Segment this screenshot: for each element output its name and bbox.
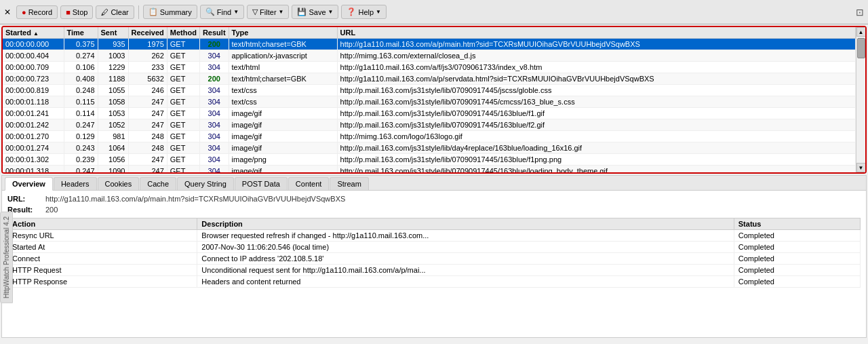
scroll-down-arrow[interactable]: ▼ [856,163,866,172]
tab-cache[interactable]: Cache [140,177,176,190]
action-cell: Connect [8,253,197,265]
col-header-received[interactable]: Received [128,27,167,39]
table-scroll[interactable]: Started ▲ Time Sent Received Method Resu… [3,27,865,172]
cell-result: 304 [199,142,229,154]
col-header-result[interactable]: Result [199,27,229,39]
cell-time: 0.375 [64,39,98,50]
table-row[interactable]: 00:00:00.709 0.106 1229 233 GET 304 text… [3,62,856,73]
tab-post-data[interactable]: POST Data [235,177,288,190]
cell-result: 304 [199,108,229,119]
action-cell: HTTP Request [8,265,197,276]
status-cell: Completed [734,276,860,288]
tab-cookies[interactable]: Cookies [98,177,140,190]
filter-label: Filter [260,8,276,16]
find-label: Find [217,8,231,16]
tab-stream[interactable]: Stream [330,177,368,190]
cell-type: text/html [229,62,337,73]
cell-started: 00:00:01.118 [3,96,64,108]
clear-button[interactable]: 🖊 Clear [96,5,134,19]
cell-url: http://p.mail.163.com/js31style/lib/0709… [337,85,855,96]
table-row[interactable]: 00:00:01.118 0.115 1058 247 GET 304 text… [3,96,856,108]
cell-url: http://p.mail.163.com/js31style/lib/0709… [337,166,855,173]
col-header-started[interactable]: Started ▲ [3,27,64,39]
cell-sent: 1003 [98,50,128,62]
cell-method: GET [167,73,199,85]
table-row[interactable]: 00:00:01.302 0.239 1056 247 GET 304 imag… [3,154,856,166]
stop-button[interactable]: ■ Stop [60,5,93,19]
cell-method: GET [167,166,199,173]
filter-button[interactable]: ▽ Filter ▼ [247,5,289,19]
cell-sent: 1055 [98,85,128,96]
scroll-up-arrow[interactable]: ▲ [856,27,866,37]
cell-result: 304 [199,50,229,62]
table-row[interactable]: 00:00:01.241 0.114 1053 247 GET 304 imag… [3,108,856,119]
cell-method: GET [167,154,199,166]
scroll-thumb[interactable] [857,38,865,58]
action-cell: Resync URL [8,230,197,242]
panel-close-button[interactable]: ⊡ [856,7,864,18]
separator [138,5,139,19]
cell-type: image/gif [229,131,337,142]
cell-type: image/gif [229,166,337,173]
tab-overview[interactable]: Overview [5,177,53,191]
desc-cell: Headers and content returned [197,276,734,288]
cell-sent: 1090 [98,166,128,173]
cell-result: 304 [199,85,229,96]
save-label: Save [309,8,326,16]
help-button[interactable]: ❓ Help ▼ [341,5,387,19]
cell-time: 0.243 [64,142,98,154]
cell-method: GET [167,119,199,131]
cell-started: 00:00:00.709 [3,62,64,73]
cell-url: http://p.mail.163.com/js31style/lib/0709… [337,154,855,166]
cell-time: 0.247 [64,119,98,131]
table-row[interactable]: 00:00:01.274 0.243 1064 248 GET 304 imag… [3,142,856,154]
table-row[interactable]: 00:00:01.242 0.247 1052 247 GET 304 imag… [3,119,856,131]
col-header-sent[interactable]: Sent [98,27,128,39]
cell-url: http://g1a110.mail.163.com/a/p/main.htm?… [337,39,855,50]
close-x-icon[interactable]: ✕ [4,7,11,17]
cell-sent: 1188 [98,73,128,85]
cell-received: 1975 [128,39,167,50]
summary-icon: 📋 [149,7,158,16]
table-body: 00:00:00.000 0.375 935 1975 GET 200 text… [3,39,856,173]
tab-headers[interactable]: Headers [54,177,97,190]
col-header-url[interactable]: URL [337,27,855,39]
cell-sent: 1064 [98,142,128,154]
cell-type: text/html;charset=GBK [229,73,337,85]
table-row[interactable]: 00:00:00.723 0.408 1188 5632 GET 200 tex… [3,73,856,85]
desc-cell: Unconditional request sent for http://g1… [197,265,734,276]
record-button[interactable]: ● Record [16,5,58,19]
table-row[interactable]: 00:00:01.270 0.129 981 248 GET 304 image… [3,131,856,142]
detail-content: URL: http://g1a110.mail.163.com/a/p/main… [2,191,866,292]
cell-result: 304 [199,166,229,173]
table-row[interactable]: 00:00:01.318 0.247 1090 247 GET 304 imag… [3,166,856,173]
cell-type: image/gif [229,142,337,154]
cell-method: GET [167,131,199,142]
cell-type: text/html;charset=GBK [229,39,337,50]
table-row[interactable]: 00:00:00.000 0.375 935 1975 GET 200 text… [3,39,856,50]
table-row[interactable]: 00:00:00.404 0.274 1003 262 GET 304 appl… [3,50,856,62]
actions-table: Action Description Status Resync URL Bro… [7,218,861,288]
cell-url: http://g1a110.mail.163.com/a/f/js3/07090… [337,62,855,73]
save-button[interactable]: 💾 Save ▼ [292,5,338,19]
cell-method: GET [167,96,199,108]
summary-button[interactable]: 📋 Summary [143,5,197,19]
detail-panel: OverviewHeadersCookiesCacheQuery StringP… [1,175,867,338]
cell-time: 0.248 [64,85,98,96]
table-row[interactable]: 00:00:00.819 0.248 1055 246 GET 304 text… [3,85,856,96]
result-value: 200 [45,206,58,214]
cell-time: 0.274 [64,50,98,62]
tab-content[interactable]: Content [288,177,330,190]
cell-result: 304 [199,62,229,73]
cell-time: 0.408 [64,73,98,85]
status-cell: Completed [734,253,860,265]
cell-url: http://p.mail.163.com/js31style/lib/day4… [337,142,855,154]
col-header-time[interactable]: Time [64,27,98,39]
find-button[interactable]: 🔍 Find ▼ [200,5,244,19]
col-header-type[interactable]: Type [229,27,337,39]
tab-query-string[interactable]: Query String [177,177,234,190]
cell-method: GET [167,39,199,50]
col-header-method[interactable]: Method [167,27,199,39]
vertical-scrollbar[interactable]: ▲ ▼ [856,27,865,172]
cell-method: GET [167,62,199,73]
